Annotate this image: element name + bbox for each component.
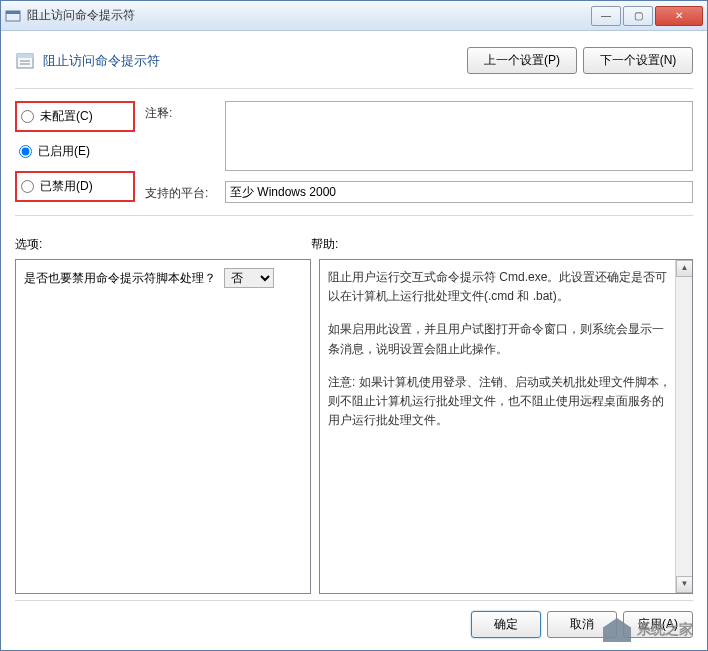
option-question: 是否也要禁用命令提示符脚本处理？ [24,270,216,287]
header-row: 阻止访问命令提示符 上一个设置(P) 下一个设置(N) [15,41,693,86]
options-label: 选项: [15,236,311,253]
info-column: 注释: 支持的平台: [135,101,693,213]
options-panel: 是否也要禁用命令提示符脚本处理？ 否 [15,259,311,594]
dialog-footer: 确定 取消 应用(A) [15,600,693,638]
panel-labels: 选项: 帮助: [15,236,693,253]
radio-not-configured-input[interactable] [21,110,34,123]
maximize-button[interactable]: ▢ [623,6,653,26]
help-paragraph-2: 如果启用此设置，并且用户试图打开命令窗口，则系统会显示一条消息，说明设置会阻止此… [328,320,674,358]
next-setting-button[interactable]: 下一个设置(N) [583,47,693,74]
policy-title: 阻止访问命令提示符 [43,52,461,70]
platform-row: 支持的平台: [145,181,693,203]
radio-disabled-label: 已禁用(D) [40,178,93,195]
app-icon [5,8,21,24]
policy-icon [15,51,35,71]
ok-button-label: 确定 [494,617,518,631]
titlebar: 阻止访问命令提示符 — ▢ ✕ [1,1,707,31]
svg-rect-1 [6,11,20,14]
comment-textarea[interactable] [225,101,693,171]
radio-enabled-label: 已启用(E) [38,143,90,160]
radio-disabled-input[interactable] [21,180,34,193]
divider [15,88,693,89]
prev-setting-button[interactable]: 上一个设置(P) [467,47,577,74]
help-paragraph-1: 阻止用户运行交互式命令提示符 Cmd.exe。此设置还确定是否可以在计算机上运行… [328,268,674,306]
dialog-window: 阻止访问命令提示符 — ▢ ✕ 阻止访问命令提示符 上一个设置(P) 下一个设置… [0,0,708,651]
dialog-content: 阻止访问命令提示符 上一个设置(P) 下一个设置(N) 未配置(C) 已启用(E… [1,31,707,604]
titlebar-title: 阻止访问命令提示符 [27,7,589,24]
window-controls: — ▢ ✕ [589,6,703,26]
scroll-down-button[interactable]: ▼ [676,576,693,593]
radio-not-configured[interactable]: 未配置(C) [15,101,135,132]
lower-area: 选项: 帮助: 是否也要禁用命令提示符脚本处理？ 否 阻止用户运行交互式命令提示… [15,236,693,594]
close-button[interactable]: ✕ [655,6,703,26]
radio-disabled[interactable]: 已禁用(D) [15,171,135,202]
radio-group: 未配置(C) 已启用(E) 已禁用(D) [15,101,135,213]
divider-2 [15,215,693,216]
lower-panels: 是否也要禁用命令提示符脚本处理？ 否 阻止用户运行交互式命令提示符 Cmd.ex… [15,259,693,594]
radio-enabled[interactable]: 已启用(E) [15,138,135,165]
config-area: 未配置(C) 已启用(E) 已禁用(D) 注释: 支持的平台: [15,101,693,213]
help-panel: 阻止用户运行交互式命令提示符 Cmd.exe。此设置还确定是否可以在计算机上运行… [319,259,693,594]
apply-button-label: 应用(A) [638,617,678,631]
help-label: 帮助: [311,236,338,253]
svg-rect-3 [17,54,33,58]
help-paragraph-3: 注意: 如果计算机使用登录、注销、启动或关机批处理文件脚本，则不阻止计算机运行批… [328,373,674,431]
apply-button[interactable]: 应用(A) [623,611,693,638]
minimize-button[interactable]: — [591,6,621,26]
cancel-button-label: 取消 [570,617,594,631]
comment-label: 注释: [145,101,225,171]
platform-label: 支持的平台: [145,181,225,203]
platform-field [225,181,693,203]
option-select[interactable]: 否 [224,268,274,288]
comment-row: 注释: [145,101,693,171]
option-row: 是否也要禁用命令提示符脚本处理？ 否 [24,268,302,288]
help-scrollbar[interactable]: ▲ ▼ [675,260,692,593]
radio-enabled-input[interactable] [19,145,32,158]
ok-button[interactable]: 确定 [471,611,541,638]
scroll-up-button[interactable]: ▲ [676,260,693,277]
prev-setting-label: 上一个设置(P) [484,53,560,67]
next-setting-label: 下一个设置(N) [600,53,677,67]
cancel-button[interactable]: 取消 [547,611,617,638]
radio-not-configured-label: 未配置(C) [40,108,93,125]
